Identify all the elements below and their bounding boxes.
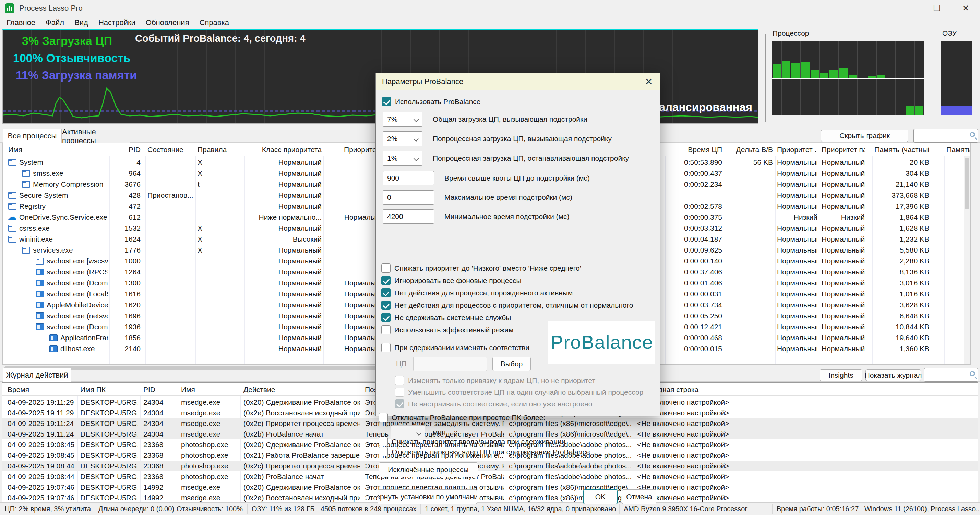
cell-mem_private: 3,016 KB: [874, 279, 929, 287]
column-header[interactable]: Приоритет па...: [822, 146, 865, 154]
process-search-input[interactable]: [913, 129, 978, 143]
column-header[interactable]: Имя: [8, 146, 108, 154]
status-segment: Отзывчивость: 100%: [177, 505, 243, 513]
log-search-input[interactable]: [924, 368, 978, 382]
column-header[interactable]: Дельта В/В: [727, 146, 773, 154]
menu-item[interactable]: Обновления: [141, 16, 194, 29]
no-action-child-checkbox[interactable]: Нет действия для процесса, порождённого …: [381, 288, 573, 298]
menu-item[interactable]: Главное: [2, 16, 40, 29]
log-row[interactable]: 04-09-2025 19:08:44DESKTOP-U5RG...23368p…: [2, 461, 978, 471]
process-name-cell: svchost.exe (DcomLau...: [36, 323, 108, 331]
process-name-cell: System: [8, 158, 108, 166]
excluded-processes-button[interactable]: Исключённые процессы: [379, 462, 478, 477]
log-column-header[interactable]: PID: [143, 385, 175, 394]
cell-prio1: Нормальный: [777, 323, 818, 331]
cell-prio_class: Нормальный: [246, 279, 321, 287]
cell-mem_private: 17,396 KB: [874, 202, 929, 211]
total-cpu-combo[interactable]: 7%: [383, 112, 422, 127]
minimize-button[interactable]: –: [894, 0, 923, 16]
menu-item[interactable]: Вид: [69, 16, 93, 29]
cell-mem_private: 1,864 KB: [874, 213, 929, 221]
show-log-button[interactable]: Показать журнал: [865, 369, 921, 381]
log-cell-pid: 14992: [143, 494, 175, 502]
log-column-header[interactable]: Имя ПК: [80, 385, 138, 394]
cell-prio_class: Ниже нормально...: [246, 213, 321, 221]
tab-all-processes[interactable]: Все процессы: [3, 129, 62, 143]
maximize-button[interactable]: ☐: [923, 0, 951, 16]
cell-prio1: Нормальный: [777, 180, 818, 189]
status-segment: ОЗУ: 11% из 128 ГБ: [252, 505, 315, 513]
ignore-background-checkbox[interactable]: Игнорировать все фоновые процессы: [381, 276, 522, 285]
column-header[interactable]: Время ЦП: [667, 146, 722, 154]
window-icon: [36, 258, 44, 265]
close-button[interactable]: ✕: [951, 0, 980, 16]
no-restrain-services-checkbox[interactable]: Не сдерживать системные службы: [381, 313, 511, 322]
log-cell-cmdline: <Не включено настройкой>: [637, 462, 781, 470]
window-icon: [8, 192, 16, 199]
cancel-button[interactable]: Отмена: [622, 489, 656, 504]
cell-prio_class: Нормальный: [246, 246, 321, 254]
menu-item[interactable]: Настройки: [93, 16, 141, 29]
column-header[interactable]: Состояние: [148, 146, 194, 154]
log-row[interactable]: 04-09-2025 19:08:44DESKTOP-U5RG...23368p…: [2, 471, 978, 482]
tab-action-log[interactable]: Журнал действий: [3, 368, 71, 382]
per-process-start-combo[interactable]: 2%: [383, 131, 422, 146]
log-row[interactable]: 04-09-2025 19:07:46DESKTOP-U5RG...14992m…: [2, 482, 978, 492]
log-cell-cmdline: <Не включено настройкой>: [637, 430, 781, 438]
cell-mem_private: 2,280 KB: [874, 257, 929, 265]
log-cell-pid: 24304: [143, 409, 175, 417]
hide-graph-button[interactable]: Скрыть график: [821, 130, 908, 142]
process-table-scrollbar[interactable]: [964, 156, 970, 364]
disable-on-idle-checkbox[interactable]: Отключать ProBalance при простое ПК боле…: [379, 413, 545, 422]
column-header[interactable]: Класс приоритета: [246, 146, 321, 154]
column-header[interactable]: Правила: [197, 146, 243, 154]
log-cell-action: (0x20) Сдерживание ProBalance око...: [243, 483, 360, 491]
log-column-header[interactable]: Время: [8, 385, 76, 394]
column-header[interactable]: Память (частный р...: [874, 146, 929, 154]
total-cpu-label: Общая загрузка ЦП, вызывающая подстройки: [433, 115, 587, 124]
cell-pid: 1532: [112, 224, 141, 232]
lower-io-checkbox[interactable]: Снижать приоритет ввода/вывода при сдерж…: [379, 437, 565, 446]
no-core-parking-checkbox[interactable]: Отключить парковку ядер ЦП при сдерживан…: [379, 447, 590, 456]
cell-cpu_time: 0:00:02.234: [667, 180, 722, 189]
cell-pid: 1300: [112, 279, 141, 287]
restore-defaults-button[interactable]: Вернуть установки по умолчанию: [377, 489, 477, 504]
no-action-nonnormal-checkbox[interactable]: Нет действия для процессов с приоритетом…: [381, 301, 633, 310]
log-cell-action: (0x2b) ProBalance начат: [243, 430, 360, 438]
per-process-stop-combo[interactable]: 1%: [383, 151, 422, 166]
cell-mem_private: 1,232 KB: [874, 235, 929, 243]
menu-item[interactable]: Справка: [194, 16, 234, 29]
log-cell-pid: 24304: [143, 398, 175, 406]
cell-prio_class: Нормальный: [246, 224, 321, 232]
column-header[interactable]: PID: [112, 146, 141, 154]
lower-to-low-checkbox[interactable]: Снижать приоритет до 'Низкого' вместо 'Н…: [381, 263, 581, 273]
process-name-cell: svchost.exe (netsvcs -p...: [36, 312, 108, 320]
efficiency-mode-checkbox[interactable]: Использовать эффективный режим: [381, 325, 513, 334]
cpu-affinity-row: ЦП:: [392, 357, 487, 371]
cell-cpu_time: 0:50:53.890: [667, 158, 722, 166]
process-name-cell: AppleMobileDeviceSer...: [36, 301, 108, 309]
cell-pid: 3676: [112, 180, 141, 189]
log-column-header[interactable]: Имя: [181, 385, 239, 394]
log-row[interactable]: 04-09-2025 19:07:46DESKTOP-U5RG...14992m…: [2, 492, 978, 503]
cell-prio1: Нормальный: [777, 246, 818, 254]
status-segment: AMD Ryzen 9 3950X 16-Core Processor: [624, 505, 747, 513]
insights-button[interactable]: Insights: [819, 369, 862, 381]
choose-cpu-button[interactable]: Выбор: [492, 357, 531, 371]
log-column-header[interactable]: Действие: [243, 385, 360, 394]
dialog-close-icon[interactable]: ✕: [640, 74, 658, 89]
min-adjust-time-input[interactable]: 4200: [383, 209, 434, 224]
log-cell-pid: 23368: [143, 472, 175, 481]
cell-prio2: Нормальный: [822, 158, 865, 166]
use-probalance-checkbox[interactable]: Использовать ProBalance: [382, 97, 481, 106]
quota-time-input[interactable]: 900: [383, 171, 434, 185]
cell-mem_private: 3,628 KB: [874, 301, 929, 309]
ok-button[interactable]: OK: [583, 489, 617, 504]
change-affinity-checkbox[interactable]: При сдерживании изменять соответстви: [381, 343, 530, 352]
menu-item[interactable]: Файл: [40, 16, 69, 29]
cell-pid: 428: [112, 191, 141, 200]
column-header[interactable]: Приоритет ...: [777, 146, 818, 154]
column-header[interactable]: Память: [947, 146, 970, 154]
max-adjust-time-input[interactable]: 0: [383, 190, 434, 204]
tab-active-processes[interactable]: Активные процессы: [62, 130, 130, 143]
